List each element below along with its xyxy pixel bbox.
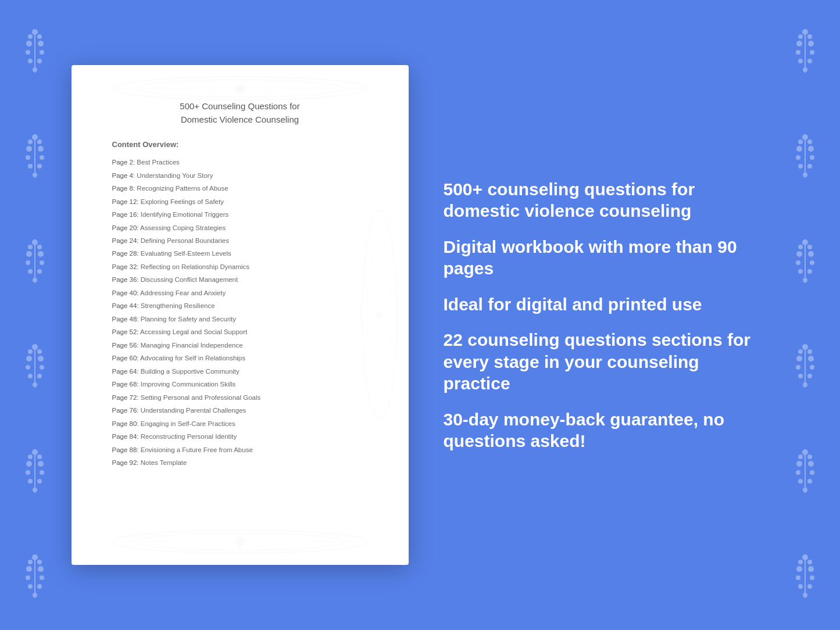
svg-point-101 — [807, 349, 812, 354]
toc-item: Page 40: Addressing Fear and Anxiety — [112, 287, 380, 299]
svg-point-67 — [798, 34, 803, 39]
svg-point-70 — [796, 41, 802, 46]
svg-point-55 — [32, 554, 38, 560]
svg-point-108 — [807, 374, 812, 378]
svg-point-89 — [798, 245, 803, 249]
toc-item: Page 56: Managing Financial Independence — [112, 339, 380, 352]
feature-item: 30-day money-back guarantee, no question… — [444, 409, 769, 452]
toc-item: Page 12: Exploring Feelings of Safety — [112, 195, 380, 207]
toc-item: Page 20: Assessing Coping Strategies — [112, 221, 380, 234]
toc-item: Page 92: Notes Template — [112, 456, 380, 469]
toc-item: Page 48: Planning for Safety and Securit… — [112, 313, 380, 325]
floral-border-right — [770, 0, 840, 630]
svg-point-53 — [37, 479, 42, 484]
toc-item: Page 64: Building a Supportive Community — [112, 365, 380, 378]
svg-point-19 — [28, 164, 33, 169]
svg-point-22 — [32, 239, 38, 245]
feature-item: 500+ counseling questions for domestic v… — [444, 178, 769, 222]
svg-point-105 — [796, 365, 800, 370]
svg-point-79 — [807, 139, 812, 144]
svg-point-1 — [28, 34, 33, 39]
svg-point-126 — [808, 566, 814, 572]
svg-point-52 — [28, 479, 33, 484]
svg-point-34 — [28, 349, 33, 354]
toc-item: Page 4: Understanding Your Story — [112, 169, 380, 181]
svg-point-77 — [802, 134, 808, 140]
svg-point-18 — [40, 155, 44, 160]
svg-point-26 — [26, 251, 32, 257]
svg-point-9 — [37, 59, 42, 63]
svg-point-64 — [37, 584, 42, 589]
svg-point-40 — [40, 365, 44, 370]
document-title: 500+ Counseling Questions for Domestic V… — [101, 100, 380, 126]
toc-item: Page 68: Improving Communication Skills — [112, 378, 380, 391]
svg-point-15 — [26, 146, 32, 152]
svg-point-38 — [38, 356, 44, 361]
svg-point-31 — [37, 269, 42, 274]
main-content: 500+ Counseling Questions for Domestic V… — [72, 36, 769, 594]
svg-point-92 — [796, 251, 802, 257]
toc-item: Page 24: Defining Personal Boundaries — [112, 234, 380, 247]
svg-point-78 — [798, 139, 803, 144]
feature-item: Digital workbook with more than 90 pages — [444, 236, 769, 280]
toc-item: Page 76: Understanding Parental Challeng… — [112, 404, 380, 417]
svg-point-32 — [33, 278, 37, 282]
svg-point-96 — [798, 269, 803, 274]
svg-point-129 — [798, 584, 803, 589]
svg-point-121 — [802, 554, 808, 560]
svg-point-141 — [135, 533, 345, 550]
toc-item: Page 84: Reconstructing Personal Identit… — [112, 430, 380, 443]
svg-point-130 — [807, 584, 812, 589]
svg-point-61 — [26, 575, 30, 580]
svg-point-50 — [26, 470, 30, 475]
svg-point-59 — [26, 566, 32, 572]
svg-point-56 — [28, 560, 33, 564]
features-panel: 500+ counseling questions for domestic v… — [444, 178, 769, 452]
svg-point-90 — [807, 245, 812, 249]
feature-item: Ideal for digital and printed use — [444, 293, 769, 316]
svg-point-93 — [808, 251, 814, 257]
svg-point-27 — [38, 251, 44, 257]
svg-point-37 — [26, 356, 32, 361]
svg-point-125 — [796, 566, 802, 572]
svg-point-133 — [135, 80, 345, 97]
svg-point-54 — [33, 488, 37, 492]
toc-item: Page 80: Engaging in Self-Care Practices — [112, 417, 380, 429]
svg-point-13 — [37, 139, 42, 144]
svg-point-82 — [808, 146, 814, 152]
svg-point-117 — [810, 470, 814, 475]
svg-point-112 — [807, 454, 812, 459]
toc-item: Page 52: Accessing Legal and Social Supp… — [112, 325, 380, 338]
toc-item: Page 44: Strengthening Resilience — [112, 299, 380, 312]
svg-point-111 — [798, 454, 803, 459]
svg-point-48 — [26, 461, 32, 467]
svg-point-57 — [37, 560, 42, 564]
svg-point-66 — [802, 29, 808, 35]
svg-point-65 — [33, 593, 37, 597]
svg-point-119 — [807, 479, 812, 484]
svg-point-83 — [796, 155, 800, 160]
svg-point-5 — [38, 41, 44, 46]
svg-point-115 — [808, 461, 814, 467]
svg-point-21 — [33, 173, 37, 177]
svg-point-33 — [32, 344, 38, 350]
svg-point-95 — [810, 260, 814, 265]
svg-point-28 — [26, 260, 30, 265]
svg-point-127 — [796, 575, 800, 580]
svg-point-97 — [807, 269, 812, 274]
svg-point-8 — [28, 59, 33, 63]
svg-point-42 — [37, 374, 42, 378]
svg-point-109 — [803, 382, 807, 387]
svg-point-62 — [40, 575, 44, 580]
svg-point-2 — [37, 34, 42, 39]
svg-point-41 — [28, 374, 33, 378]
svg-point-84 — [810, 155, 814, 160]
svg-point-29 — [40, 260, 44, 265]
toc-item: Page 72: Setting Personal and Profession… — [112, 391, 380, 403]
svg-point-106 — [810, 365, 814, 370]
svg-point-74 — [798, 59, 803, 63]
svg-point-12 — [28, 139, 33, 144]
svg-point-63 — [28, 584, 33, 589]
svg-point-39 — [26, 365, 30, 370]
svg-point-43 — [33, 382, 37, 387]
